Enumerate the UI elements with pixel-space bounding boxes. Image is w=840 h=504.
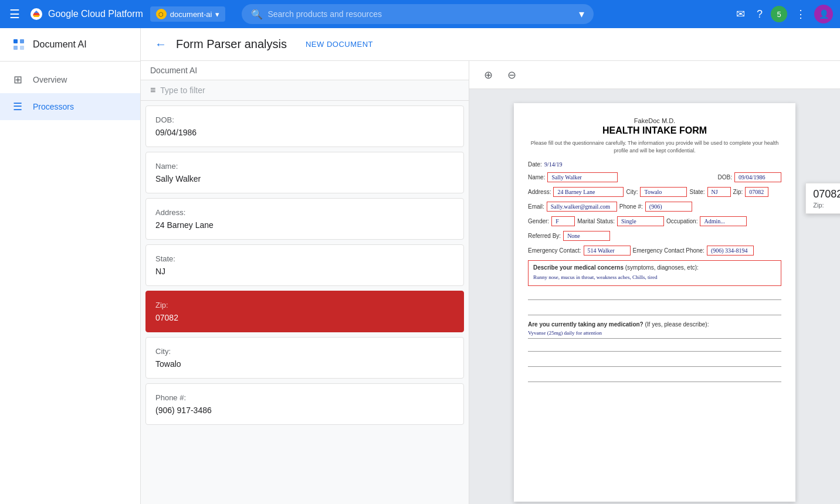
referred-value: None: [563, 231, 610, 241]
document-page: FakeDoc M.D. HEALTH INTAKE FORM Please f…: [514, 103, 795, 502]
field-card-zip[interactable]: Zip: 07082: [145, 291, 464, 332]
field-card-phone[interactable]: Phone #: (906) 917-3486: [145, 383, 464, 425]
field-card-city[interactable]: City: Towalo: [145, 337, 464, 379]
dob-label: DOB:: [718, 174, 732, 181]
sidebar-nav: ⊞ Overview ☰ Processors: [0, 62, 140, 125]
field-label-state: State:: [155, 254, 454, 263]
field-value-phone: (906) 917-3486: [155, 406, 454, 415]
form-emergency-row: Emergency Contact: 514 Walker Emergency …: [528, 246, 781, 256]
marital-value: Single: [617, 216, 664, 226]
field-value-city: Towalo: [155, 359, 454, 369]
marital-label: Marital Status:: [577, 218, 615, 224]
content-area: ← Form Parser analysis NEW DOCUMENT Docu…: [141, 28, 840, 504]
date-value: 9/14/19: [544, 161, 563, 168]
fields-list: DOB: 09/04/1986 Name: Sally Walker Addre…: [141, 101, 469, 504]
project-name: document-ai: [170, 10, 212, 19]
panel-sub-header: Document AI: [141, 61, 469, 80]
emergency-value: 514 Walker: [584, 246, 631, 256]
form-date-row: Date: 9/14/19: [528, 161, 781, 168]
hamburger-icon[interactable]: ☰: [7, 5, 22, 23]
field-card-name[interactable]: Name: Sally Walker: [145, 152, 464, 193]
content-header: ← Form Parser analysis NEW DOCUMENT: [141, 28, 840, 61]
search-input[interactable]: [267, 9, 574, 19]
form-header: FakeDoc M.D. HEALTH INTAKE FORM Please f…: [528, 117, 781, 154]
med-title: Are you currently taking any medication?…: [528, 321, 781, 328]
gcp-logo-icon: [29, 7, 43, 21]
state-label: State:: [689, 189, 704, 195]
doc-viewer[interactable]: FakeDoc M.D. HEALTH INTAKE FORM Please f…: [469, 89, 840, 504]
city-label: City:: [626, 189, 638, 195]
field-label-phone: Phone #:: [155, 393, 454, 402]
brand: Google Cloud Platform: [29, 7, 143, 21]
field-value-address: 24 Barney Lane: [155, 220, 454, 230]
emergency-phone-value: (906) 334-8194: [707, 246, 754, 256]
new-document-button[interactable]: NEW DOCUMENT: [306, 40, 373, 49]
emergency-phone-label: Emergency Contact Phone:: [633, 247, 704, 254]
field-label-city: City:: [155, 347, 454, 356]
avatar[interactable]: 👤: [814, 5, 833, 23]
field-card-dob[interactable]: DOB: 09/04/1986: [145, 105, 464, 147]
form-gender-row: Gender: F Marital Status: Single Occupat…: [528, 216, 781, 226]
doc-ai-icon: [12, 38, 26, 52]
phone-label: Phone #:: [619, 203, 643, 210]
field-card-state[interactable]: State: NJ: [145, 244, 464, 286]
med-concerns-title: Describe your medical concerns (symptoms…: [533, 264, 776, 271]
svg-rect-1: [13, 39, 18, 43]
form-name-dob-row: Name: Sally Walker DOB: 09/04/1986: [528, 172, 781, 182]
med-concerns-section: Describe your medical concerns (symptoms…: [528, 260, 781, 285]
sidebar-item-processors-label: Processors: [33, 102, 74, 111]
svg-rect-3: [20, 39, 24, 43]
form-email-phone-row: Email: Sally.walker@gmail.com Phone #: (…: [528, 202, 781, 212]
main-layout: Document AI ⊞ Overview ☰ Processors ← Fo…: [0, 28, 840, 504]
med-line-2: [528, 357, 781, 367]
zip-tooltip: 07082 Zip:: [805, 183, 840, 214]
gender-value: F: [551, 216, 575, 226]
zip-value: 07082 07082 Zip:: [745, 187, 768, 197]
sidebar-item-overview[interactable]: ⊞ Overview: [0, 66, 140, 93]
field-label-dob: DOB:: [155, 115, 454, 124]
state-value: NJ: [707, 187, 731, 197]
page-title: Form Parser analysis: [176, 38, 287, 51]
search-icon: 🔍: [251, 9, 263, 20]
more-options-icon[interactable]: ⋮: [792, 4, 809, 24]
med-concerns-value: Runny nose, mucus in throat, weakness ac…: [533, 273, 776, 281]
med-line-3: [528, 373, 781, 382]
inner-layout: Document AI ≡ DOB: 09/04/1986 Name: Sall…: [141, 61, 840, 504]
processors-icon: ☰: [12, 100, 23, 113]
help-icon[interactable]: ?: [753, 5, 766, 24]
brand-name: Google Cloud Platform: [48, 9, 143, 19]
emergency-label: Emergency Contact:: [528, 247, 581, 254]
field-value-dob: 09/04/1986: [155, 128, 454, 137]
search-expand-icon: ▾: [579, 8, 584, 21]
blank-line-2: [528, 306, 781, 315]
doc-toolbar: ⊕ ⊖: [469, 61, 840, 89]
form-subtitle: Please fill out the questionnaire carefu…: [528, 139, 781, 154]
zip-label: Zip:: [733, 189, 743, 195]
email-value: Sally.walker@gmail.com: [547, 202, 617, 212]
field-label-name: Name:: [155, 162, 454, 171]
notification-badge[interactable]: 5: [771, 6, 787, 22]
date-label: Date:: [528, 161, 542, 168]
zoom-in-button[interactable]: ⊕: [479, 66, 497, 84]
field-card-address[interactable]: Address: 24 Barney Lane: [145, 198, 464, 240]
blank-lines: [528, 291, 781, 315]
filter-bar: ≡: [141, 80, 469, 101]
project-selector[interactable]: ⬡ document-ai ▾: [150, 6, 226, 22]
filter-icon: ≡: [150, 85, 155, 96]
address-value: 24 Barney Lane: [553, 187, 624, 197]
search-bar[interactable]: 🔍 ▾: [242, 4, 594, 24]
referred-label: Referred By:: [528, 233, 561, 239]
sidebar-item-processors[interactable]: ☰ Processors: [0, 93, 140, 120]
gender-label: Gender:: [528, 218, 549, 224]
address-label: Address:: [528, 189, 551, 195]
form-title: HEALTH INTAKE FORM: [528, 125, 781, 136]
svg-rect-4: [20, 46, 24, 50]
occupation-label: Occupation:: [666, 218, 697, 224]
top-nav-right: ✉ ? 5 ⋮ 👤: [733, 4, 833, 24]
zoom-out-button[interactable]: ⊖: [502, 66, 521, 84]
name-value: Sally Walker: [547, 172, 618, 182]
project-dot: ⬡: [156, 9, 167, 19]
email-icon[interactable]: ✉: [733, 4, 748, 24]
filter-input[interactable]: [160, 86, 459, 95]
back-button[interactable]: ←: [155, 38, 167, 51]
